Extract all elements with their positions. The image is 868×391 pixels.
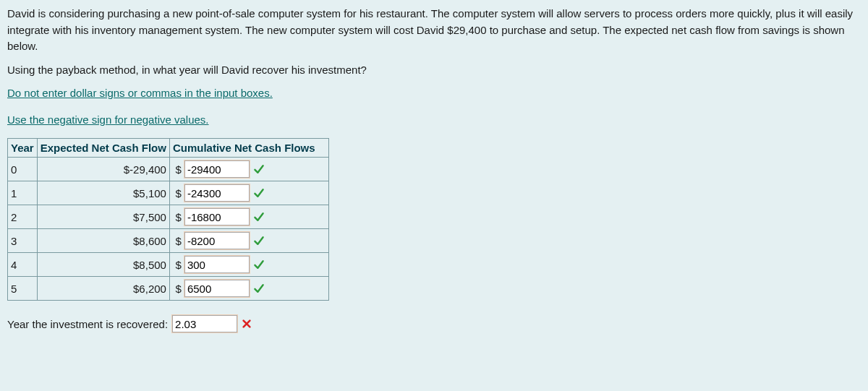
table-header-row: Year Expected Net Cash Flow Cumulative N… <box>8 139 329 158</box>
cross-icon <box>240 319 253 329</box>
year-cell: 5 <box>8 277 38 301</box>
cash-flow-table: Year Expected Net Cash Flow Cumulative N… <box>7 138 329 301</box>
answer-input[interactable] <box>172 315 237 332</box>
cumulative-input[interactable] <box>184 208 250 225</box>
expected-cash-cell: $8,600 <box>37 229 169 253</box>
year-cell: 2 <box>8 205 38 229</box>
question-container: David is considering purchasing a new po… <box>0 0 868 340</box>
check-icon <box>252 187 265 199</box>
year-cell: 3 <box>8 229 38 253</box>
header-year: Year <box>8 139 38 158</box>
expected-cash-cell: $7,500 <box>37 205 169 229</box>
dollar-sign: $ <box>173 235 182 247</box>
table-row: 5$6,200$ <box>8 277 329 301</box>
table-row: 2$7,500$ <box>8 205 329 229</box>
answer-label: Year the investment is recovered: <box>7 318 168 330</box>
check-icon <box>252 283 265 294</box>
expected-cash-cell: $6,200 <box>37 277 169 301</box>
problem-statement-2: Using the payback method, in what year w… <box>7 62 861 79</box>
dollar-sign: $ <box>173 163 182 176</box>
cumulative-cell: $ <box>169 158 328 181</box>
cumulative-input[interactable] <box>184 280 250 297</box>
check-icon <box>252 259 265 270</box>
year-cell: 0 <box>8 158 38 181</box>
year-cell: 4 <box>8 253 38 277</box>
cumulative-input[interactable] <box>184 256 250 273</box>
expected-cash-cell: $-29,400 <box>37 158 169 181</box>
table-row: 0$-29,400$ <box>8 158 329 181</box>
cumulative-cell: $ <box>169 229 328 253</box>
expected-cash-cell: $5,100 <box>37 181 169 205</box>
table-row: 4$8,500$ <box>8 253 329 277</box>
cumulative-input[interactable] <box>184 184 250 202</box>
cumulative-cell: $ <box>169 253 328 277</box>
header-cash: Expected Net Cash Flow <box>37 139 169 158</box>
dollar-sign: $ <box>173 211 182 223</box>
check-icon <box>252 163 265 175</box>
cumulative-input[interactable] <box>184 160 250 178</box>
year-cell: 1 <box>8 181 38 205</box>
expected-cash-cell: $8,500 <box>37 253 169 277</box>
instruction-line-2: Use the negative sign for negative value… <box>7 112 861 129</box>
dollar-sign: $ <box>173 259 182 271</box>
dollar-sign: $ <box>173 283 182 295</box>
cumulative-cell: $ <box>169 181 328 205</box>
header-cum: Cumulative Net Cash Flows <box>169 139 328 158</box>
instruction-line-1: Do not enter dollar signs or commas in t… <box>7 85 861 102</box>
cumulative-cell: $ <box>169 205 328 229</box>
table-row: 3$8,600$ <box>8 229 329 253</box>
cumulative-input[interactable] <box>184 232 250 249</box>
table-row: 1$5,100$ <box>8 181 329 205</box>
problem-statement-1: David is considering purchasing a new po… <box>7 6 861 55</box>
dollar-sign: $ <box>173 187 182 199</box>
check-icon <box>252 235 265 246</box>
cumulative-cell: $ <box>169 277 328 301</box>
check-icon <box>252 211 265 223</box>
answer-row: Year the investment is recovered: <box>7 315 861 332</box>
